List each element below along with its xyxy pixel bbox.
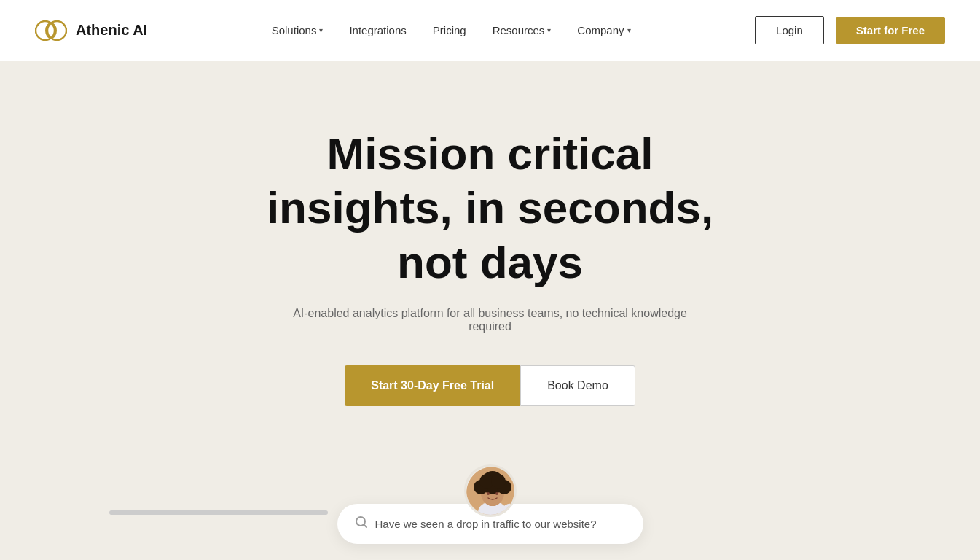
svg-point-13 bbox=[495, 492, 498, 495]
resources-chevron-icon: ▾ bbox=[547, 26, 551, 34]
svg-point-11 bbox=[491, 474, 506, 489]
demo-button[interactable]: Book Demo bbox=[520, 365, 635, 406]
nav-links: Solutions ▾ Integrations Pricing Resourc… bbox=[272, 24, 631, 36]
brand-name: Athenic AI bbox=[76, 22, 147, 39]
hero-title: Mission critical insights, in seconds, n… bbox=[235, 127, 745, 289]
search-icon bbox=[355, 516, 368, 532]
hero-cta-buttons: Start 30-Day Free Trial Book Demo bbox=[345, 365, 635, 406]
nav-integrations[interactable]: Integrations bbox=[349, 24, 406, 36]
logo-icon bbox=[35, 20, 67, 41]
demo-section: Have we seen a drop in traffic to our we… bbox=[0, 464, 980, 559]
trial-button[interactable]: Start 30-Day Free Trial bbox=[345, 365, 520, 406]
nav-resources[interactable]: Resources ▾ bbox=[493, 24, 552, 36]
svg-line-16 bbox=[364, 525, 366, 528]
navbar-actions: Login Start for Free bbox=[755, 16, 945, 44]
logo-area: Athenic AI bbox=[35, 20, 147, 41]
hero-section: Mission critical insights, in seconds, n… bbox=[0, 61, 980, 560]
navbar: Athenic AI Solutions ▾ Integrations Pric… bbox=[0, 0, 980, 61]
hero-subtitle: AI-enabled analytics platform for all bu… bbox=[272, 307, 709, 333]
svg-point-12 bbox=[487, 492, 490, 495]
nav-pricing[interactable]: Pricing bbox=[433, 24, 466, 36]
solutions-chevron-icon: ▾ bbox=[319, 26, 323, 34]
start-free-button[interactable]: Start for Free bbox=[836, 17, 945, 44]
company-chevron-icon: ▾ bbox=[627, 26, 631, 34]
nav-company[interactable]: Company ▾ bbox=[577, 24, 630, 36]
demo-progress-bar bbox=[109, 510, 328, 515]
search-query: Have we seen a drop in traffic to our we… bbox=[375, 518, 597, 530]
nav-solutions[interactable]: Solutions ▾ bbox=[272, 24, 324, 36]
login-button[interactable]: Login bbox=[755, 16, 824, 44]
avatar bbox=[464, 464, 517, 517]
